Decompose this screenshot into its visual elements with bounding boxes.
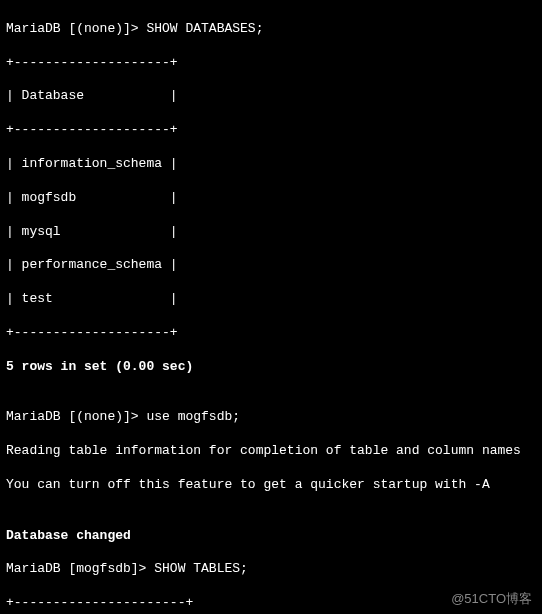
- info-turn-off: You can turn off this feature to get a q…: [6, 477, 536, 494]
- db-table-border-bottom: +--------------------+: [6, 325, 536, 342]
- db-table-row: | mysql |: [6, 224, 536, 241]
- result-rows-1: 5 rows in set (0.00 sec): [6, 359, 536, 376]
- prompt-show-databases: MariaDB [(none)]> SHOW DATABASES;: [6, 21, 536, 38]
- watermark: @51CTO博客: [451, 591, 532, 608]
- prompt-use-db: MariaDB [(none)]> use mogfsdb;: [6, 409, 536, 426]
- prompt-show-tables: MariaDB [mogfsdb]> SHOW TABLES;: [6, 561, 536, 578]
- terminal-output: MariaDB [(none)]> SHOW DATABASES; +-----…: [6, 4, 536, 614]
- db-table-row: | information_schema |: [6, 156, 536, 173]
- info-reading-tables: Reading table information for completion…: [6, 443, 536, 460]
- database-changed: Database changed: [6, 528, 536, 545]
- db-table-row: | mogfsdb |: [6, 190, 536, 207]
- db-table-row: | test |: [6, 291, 536, 308]
- db-table-row: | performance_schema |: [6, 257, 536, 274]
- db-table-border-top: +--------------------+: [6, 55, 536, 72]
- db-table-header: | Database |: [6, 88, 536, 105]
- db-table-border-mid: +--------------------+: [6, 122, 536, 139]
